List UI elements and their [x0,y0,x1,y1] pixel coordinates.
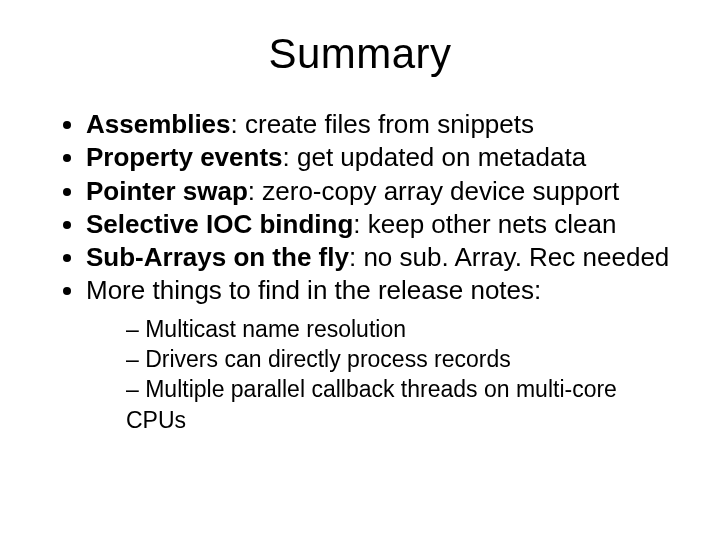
sub-bullet-list: Multicast name resolution Drivers can di… [86,314,680,435]
list-item: Selective IOC binding: keep other nets c… [86,208,680,241]
item-text: : keep other nets clean [353,209,616,239]
item-text: : zero-copy array device support [248,176,619,206]
item-bold: Sub-Arrays on the fly [86,242,349,272]
list-item: Assemblies: create files from snippets [86,108,680,141]
sub-list-item: Multicast name resolution [126,314,680,344]
item-bold: Property events [86,142,283,172]
item-text: : create files from snippets [231,109,534,139]
list-item: Sub-Arrays on the fly: no sub. Array. Re… [86,241,680,274]
item-bold: Assemblies [86,109,231,139]
list-item: Property events: get updated on metadata [86,141,680,174]
sub-list-item: Multiple parallel callback threads on mu… [126,374,680,435]
sub-list-item: Drivers can directly process records [126,344,680,374]
item-text: : no sub. Array. Rec needed [349,242,669,272]
item-bold: Pointer swap [86,176,248,206]
main-bullet-list: Assemblies: create files from snippets P… [40,108,680,435]
item-text: : get updated on metadata [283,142,587,172]
slide-title: Summary [40,30,680,78]
item-text: More things to find in the release notes… [86,275,541,305]
list-item: More things to find in the release notes… [86,274,680,435]
item-bold: Selective IOC binding [86,209,353,239]
list-item: Pointer swap: zero-copy array device sup… [86,175,680,208]
slide: Summary Assemblies: create files from sn… [0,0,720,540]
